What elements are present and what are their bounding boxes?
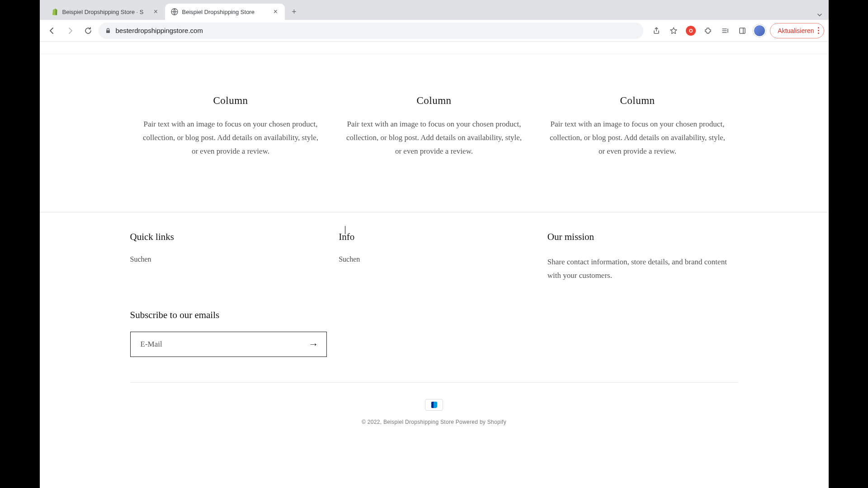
new-tab-button[interactable]: + bbox=[288, 5, 301, 19]
back-button[interactable] bbox=[44, 23, 60, 38]
subscribe-section: Subscribe to our emails E-Mail → bbox=[130, 310, 738, 357]
globe-icon bbox=[170, 8, 179, 16]
footer: Quick links Suchen Info Suchen Our missi… bbox=[40, 212, 829, 439]
tab-title: Beispiel Dropshipping Store · S bbox=[62, 9, 149, 15]
column-3: Column Pair text with an image to focus … bbox=[547, 95, 728, 158]
update-label: Aktualisieren bbox=[778, 27, 814, 34]
column-body: Pair text with an image to focus on your… bbox=[344, 117, 524, 158]
column-heading: Column bbox=[547, 95, 728, 107]
url-text: besterdropshippingstore.com bbox=[116, 27, 637, 34]
copyright-text: © 2022, Beispiel Dropshipping Store Powe… bbox=[130, 411, 738, 425]
address-bar[interactable]: besterdropshippingstore.com bbox=[99, 23, 644, 39]
column-body: Pair text with an image to focus on your… bbox=[140, 117, 321, 158]
share-icon[interactable] bbox=[650, 24, 663, 38]
tab-inactive[interactable]: Beispiel Dropshipping Store · S × bbox=[45, 4, 165, 20]
footer-mission: Our mission Share contact information, s… bbox=[547, 231, 738, 282]
reading-list-icon[interactable] bbox=[718, 24, 732, 38]
email-input[interactable]: E-Mail → bbox=[130, 332, 327, 357]
submit-arrow-icon[interactable]: → bbox=[301, 338, 326, 350]
profile-avatar[interactable] bbox=[753, 24, 766, 38]
close-icon[interactable]: × bbox=[152, 8, 160, 15]
shopify-icon bbox=[51, 8, 59, 16]
reload-button[interactable] bbox=[80, 23, 96, 38]
text-cursor bbox=[345, 226, 345, 234]
svg-rect-1 bbox=[106, 30, 110, 33]
tab-strip: Beispiel Dropshipping Store · S × Beispi… bbox=[40, 0, 829, 20]
email-placeholder: E-Mail bbox=[141, 340, 301, 349]
column-2: Column Pair text with an image to focus … bbox=[344, 95, 524, 158]
footer-link[interactable]: Suchen bbox=[339, 255, 529, 263]
paypal-icon bbox=[425, 399, 443, 411]
column-heading: Column bbox=[140, 95, 321, 107]
lock-icon bbox=[105, 28, 111, 34]
subscribe-heading: Subscribe to our emails bbox=[130, 310, 738, 321]
forward-button[interactable] bbox=[62, 23, 78, 38]
column-1: Column Pair text with an image to focus … bbox=[140, 95, 321, 158]
column-heading: Column bbox=[344, 95, 524, 107]
star-icon[interactable] bbox=[667, 24, 680, 38]
payment-row bbox=[130, 383, 738, 411]
extensions-icon[interactable] bbox=[701, 24, 715, 38]
footer-heading: Quick links bbox=[130, 231, 321, 243]
tab-title: Beispiel Dropshipping Store bbox=[182, 9, 269, 15]
footer-mission-body: Share contact information, store details… bbox=[547, 255, 738, 282]
svg-rect-2 bbox=[740, 28, 745, 33]
close-icon[interactable]: × bbox=[272, 8, 279, 15]
browser-window: Beispiel Dropshipping Store · S × Beispi… bbox=[40, 0, 829, 488]
chevron-down-icon[interactable] bbox=[811, 12, 829, 18]
footer-heading: Info bbox=[339, 231, 529, 243]
footer-heading: Our mission bbox=[547, 231, 738, 243]
update-button[interactable]: Aktualisieren bbox=[770, 23, 824, 38]
toolbar-right: O Aktualisieren bbox=[646, 23, 824, 38]
tab-active[interactable]: Beispiel Dropshipping Store × bbox=[165, 4, 285, 20]
footer-quick-links: Quick links Suchen bbox=[130, 231, 321, 282]
columns-section: Column Pair text with an image to focus … bbox=[40, 54, 829, 212]
page-content: Column Pair text with an image to focus … bbox=[40, 42, 829, 488]
panel-icon[interactable] bbox=[736, 24, 749, 38]
footer-link[interactable]: Suchen bbox=[130, 255, 321, 263]
column-body: Pair text with an image to focus on your… bbox=[547, 117, 728, 158]
extension-red-icon[interactable]: O bbox=[684, 24, 698, 38]
menu-dots-icon bbox=[818, 27, 819, 34]
footer-info: Info Suchen bbox=[339, 231, 529, 282]
toolbar: besterdropshippingstore.com O bbox=[40, 20, 829, 42]
